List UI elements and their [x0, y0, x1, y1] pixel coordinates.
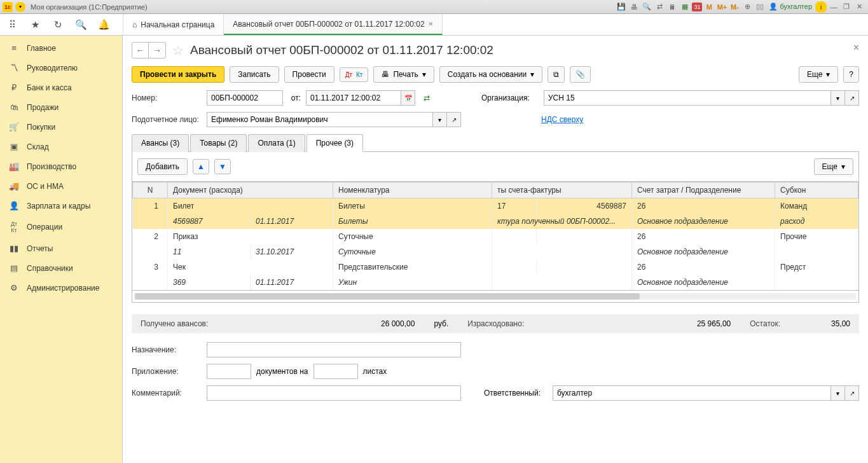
table-row[interactable]: 2ПриказСуточные26Прочие [133, 229, 858, 244]
table-row-sub[interactable]: 1131.10.2017СуточныеОсновное подразделен… [133, 244, 858, 259]
post-and-close-button[interactable]: Провести и закрыть [132, 66, 224, 83]
help-button[interactable]: ? [843, 66, 859, 83]
table-row-sub[interactable]: 456988701.11.2017Билетыктура полученный … [133, 214, 858, 229]
tab-goods[interactable]: Товары (2) [190, 134, 247, 152]
preview-icon[interactable]: 🔍 [641, 1, 652, 13]
current-user[interactable]: 👤 бухгалтер [769, 3, 812, 11]
create-based-button[interactable]: Создать на основании▾ [439, 66, 543, 83]
memory-m-icon[interactable]: M [703, 1, 715, 13]
sidebar-item-main[interactable]: ≡Главное [0, 38, 122, 58]
grid-more-button[interactable]: Еще▾ [814, 158, 853, 175]
app-menu-icon[interactable]: ▾ [15, 2, 25, 12]
sidebar-item-sales[interactable]: 🛍Продажи [0, 97, 122, 117]
sidebar-item-assets[interactable]: 🚚ОС и НМА [0, 176, 122, 196]
save-icon[interactable]: 💾 [616, 1, 627, 13]
more-button[interactable]: Еще▾ [799, 66, 838, 83]
responsible-input[interactable] [553, 385, 831, 401]
table-row[interactable]: 3ЧекПредставительские26Предст [133, 259, 858, 275]
rest-label: Остаток: [750, 319, 780, 328]
sidebar-item-purchases[interactable]: 🛒Покупки [0, 117, 122, 137]
memory-mminus-icon[interactable]: M- [729, 1, 740, 13]
date-icon[interactable]: 31 [692, 3, 702, 11]
nav-back-icon[interactable]: ← [132, 43, 149, 58]
purpose-input[interactable] [207, 342, 461, 357]
col-invoice[interactable]: ты счета-фактуры [492, 183, 632, 198]
person-open-icon[interactable]: ↗ [447, 112, 461, 127]
write-button[interactable]: Записать [230, 66, 279, 83]
memory-mplus-icon[interactable]: M+ [716, 1, 727, 13]
move-up-button[interactable]: ▲ [193, 159, 209, 174]
comment-input[interactable] [207, 385, 461, 401]
attach-label: Приложение: [132, 367, 202, 376]
tab-payment[interactable]: Оплата (1) [248, 134, 305, 152]
tab-home[interactable]: ⌂ Начальная страница [123, 14, 224, 35]
sidebar-item-warehouse[interactable]: ▣Склад [0, 137, 122, 156]
structure-button[interactable]: ⧉ [548, 66, 565, 83]
org-open-icon[interactable]: ↗ [845, 90, 859, 106]
search-icon[interactable]: 🔍 [75, 19, 86, 31]
zoom-icon[interactable]: ⊕ [741, 1, 753, 13]
add-row-button[interactable]: Добавить [137, 158, 188, 175]
minimize-icon[interactable]: — [828, 1, 839, 13]
sidebar-item-operations[interactable]: ДтКтОперации [0, 216, 122, 238]
sidebar-item-manager[interactable]: 〽Руководителю [0, 58, 122, 78]
calendar-icon[interactable]: ▦ [679, 1, 691, 13]
col-n[interactable]: N [133, 183, 168, 198]
bag-icon: 🛍 [9, 102, 19, 112]
attach-sheets-input[interactable] [313, 364, 358, 379]
favorite-star-icon[interactable]: ☆ [172, 43, 184, 58]
vat-link[interactable]: НДС сверху [541, 115, 583, 124]
dtkt-button[interactable]: ДтКт [340, 67, 369, 82]
compare-icon[interactable]: ⇄ [654, 1, 665, 13]
attach-docs-input[interactable] [207, 364, 251, 379]
org-dropdown-icon[interactable]: ▾ [831, 90, 845, 106]
print-icon[interactable]: 🖶 [628, 1, 640, 13]
col-nomenclature[interactable]: Номенклатура [333, 183, 492, 198]
grid-horizontal-scrollbar[interactable] [132, 291, 859, 303]
calc-icon[interactable]: 🖩 [666, 1, 678, 13]
book-icon: ▤ [9, 263, 19, 273]
currency-label: руб. [434, 319, 448, 328]
tab-document[interactable]: Авансовый отчет 00БП-000002 от 01.11.201… [224, 14, 443, 35]
tab-close-icon[interactable]: × [429, 19, 434, 29]
sidebar-item-salary[interactable]: 👤Зарплата и кадры [0, 196, 122, 216]
tab-advances[interactable]: Авансы (3) [132, 134, 189, 152]
table-row-sub[interactable]: 36901.11.2017УжинОсновное подразделение [133, 275, 858, 290]
close-document-icon[interactable]: × [853, 42, 859, 53]
org-input[interactable] [544, 90, 831, 106]
col-subkonto[interactable]: Субкон [775, 183, 858, 198]
responsible-dropdown-icon[interactable]: ▾ [831, 385, 845, 401]
sidebar-item-bank[interactable]: ₽Банк и касса [0, 78, 122, 97]
favorites-icon[interactable]: ★ [29, 19, 41, 31]
close-window-icon[interactable]: ✕ [853, 1, 865, 13]
person-dropd

-icon[interactable]: ▾ [433, 112, 447, 127]
col-document[interactable]: Документ (расхода) [168, 183, 333, 198]
posted-icon: ⇄ [420, 93, 433, 102]
print-button[interactable]: 🖶Печать▾ [373, 66, 434, 83]
sidebar-item-production[interactable]: 🏭Производство [0, 156, 122, 176]
apps-grid-icon[interactable]: ⠿ [6, 19, 18, 31]
table-row[interactable]: 1БилетБилеты17456988726Команд [133, 198, 858, 214]
history-icon[interactable]: ↻ [52, 19, 64, 31]
number-input[interactable] [207, 90, 283, 106]
calendar-picker-icon[interactable]: 📅 [401, 90, 415, 106]
nav-buttons: ← → [132, 42, 166, 59]
notifications-icon[interactable]: 🔔 [98, 19, 109, 31]
sidebar-item-catalogs[interactable]: ▤Справочники [0, 258, 122, 278]
document-title: Авансовый отчет 00БП-000002 от 01.11.201… [190, 43, 493, 57]
move-down-button[interactable]: ▼ [214, 159, 231, 174]
maximize-icon[interactable]: ❐ [841, 1, 852, 13]
sidebar-item-reports[interactable]: ▮▮Отчеты [0, 238, 122, 258]
col-account[interactable]: Счет затрат / Подразделение [632, 183, 775, 198]
panels-icon[interactable]: ▯▯ [754, 1, 766, 13]
purpose-label: Назначение: [132, 345, 202, 354]
tab-other[interactable]: Прочее (3) [307, 134, 363, 152]
person-input[interactable] [207, 112, 433, 127]
sidebar-item-admin[interactable]: ⚙Администрирование [0, 278, 122, 298]
nav-forward-icon[interactable]: → [149, 43, 165, 58]
attachment-button[interactable]: 📎 [570, 66, 591, 83]
date-input[interactable] [306, 90, 401, 106]
info-icon[interactable]: i [815, 1, 827, 13]
responsible-open-icon[interactable]: ↗ [845, 385, 859, 401]
post-button[interactable]: Провести [284, 66, 334, 83]
